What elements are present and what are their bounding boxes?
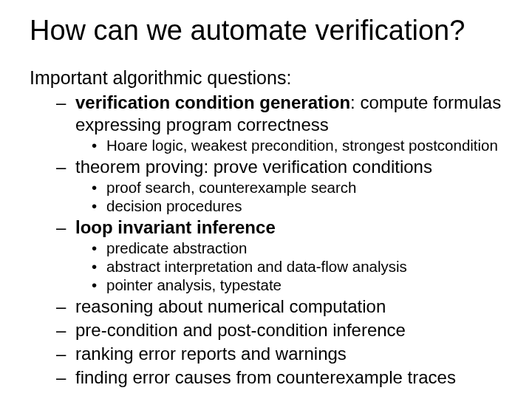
- item-bold: verification condition generation: [75, 92, 350, 112]
- item-plain: ranking error reports and warnings: [75, 344, 347, 364]
- list-subitem: Hoare logic, weakest precondition, stron…: [106, 136, 502, 154]
- list-subitem: proof search, counterexample search: [106, 178, 502, 197]
- bullet-list-level1: verification condition generation: compu…: [30, 92, 502, 389]
- list-item: theorem proving: prove verification cond…: [75, 156, 502, 215]
- bullet-list-level2: proof search, counterexample search deci…: [75, 178, 502, 215]
- list-item: loop invariant inference predicate abstr…: [75, 216, 502, 294]
- item-plain: finding error causes from counterexample…: [75, 367, 456, 387]
- item-bold: loop invariant inference: [75, 217, 276, 237]
- item-plain: reasoning about numerical computation: [75, 296, 386, 316]
- bullet-list-level2: predicate abstraction abstract interpret…: [75, 239, 502, 294]
- slide-title: How can we automate verification?: [30, 15, 502, 47]
- list-subitem: abstract interpretation and data-flow an…: [106, 257, 502, 276]
- bullet-list-level2: Hoare logic, weakest precondition, stron…: [75, 136, 502, 154]
- list-item: finding error causes from counterexample…: [75, 366, 502, 389]
- slide: How can we automate verification? Import…: [0, 0, 532, 399]
- list-item: pre-condition and post-condition inferen…: [75, 319, 502, 341]
- item-plain: pre-condition and post-condition inferen…: [75, 320, 406, 340]
- list-item: verification condition generation: compu…: [75, 92, 502, 154]
- list-subitem: pointer analysis, typestate: [106, 276, 502, 294]
- intro-text: Important algorithmic questions:: [30, 67, 502, 89]
- item-plain: theorem proving: prove verification cond…: [75, 157, 432, 177]
- list-subitem: decision procedures: [106, 197, 502, 215]
- list-subitem: predicate abstraction: [106, 239, 502, 257]
- list-item: ranking error reports and warnings: [75, 343, 502, 365]
- list-item: reasoning about numerical computation: [75, 296, 502, 318]
